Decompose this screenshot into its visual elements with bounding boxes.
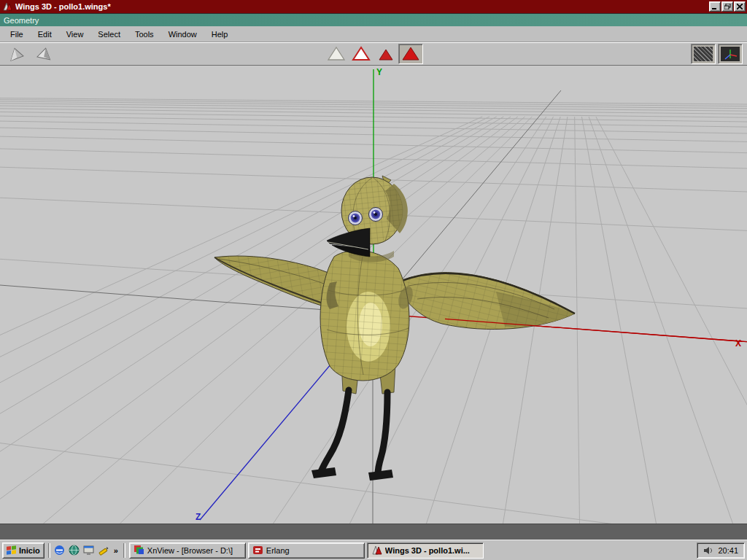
selection-mode-group [324,44,423,64]
xnview-icon [133,545,144,556]
shading-toggle-button[interactable] [691,44,716,64]
vertex-select-mode-icon [327,46,346,62]
menu-edit[interactable]: Edit [31,28,59,41]
desktop-quick-launch-icon[interactable] [83,545,95,556]
quick-launch-overflow-chevron[interactable]: » [112,546,120,555]
close-button[interactable] [734,1,746,12]
wings3d-task-icon [371,545,382,556]
taskbar-separator-2 [123,543,125,558]
undo-arrow-icon [7,46,26,62]
axis-x-label: X [735,338,741,349]
erlang-icon [252,545,263,556]
restore-button[interactable] [721,1,733,12]
bird-model [214,176,575,481]
axis-z-label: Z [196,512,201,522]
menu-view[interactable]: View [59,28,91,41]
minimize-icon [712,4,718,9]
window-titlebar[interactable]: Wings 3D - pollo1.wings* [0,0,747,13]
vertex-mode-button[interactable] [324,44,349,64]
show-axes-toggle-icon [721,47,740,61]
geometry-window-bar[interactable]: Geometry [0,13,747,26]
window-title: Wings 3D - pollo1.wings* [15,2,708,11]
menu-file[interactable]: File [3,28,31,41]
menu-bar: File Edit View Select Tools Window Help [0,26,747,42]
menu-help[interactable]: Help [204,28,236,41]
menu-tools[interactable]: Tools [128,28,161,41]
geometry-viewport[interactable]: Y X Z [0,66,747,524]
axes-toggle-button[interactable] [718,44,743,64]
task-button-label: XnView - [Browser - D:\] [147,546,233,555]
history-tool-group [4,44,57,64]
wireframe-shading-toggle-icon [694,47,713,61]
redo-arrow-icon [35,46,54,62]
face-select-mode-icon [376,46,395,62]
windows-flag-icon [7,545,17,555]
menu-select[interactable]: Select [90,28,128,41]
restore-icon [724,4,731,9]
status-bar [0,524,747,540]
task-button-erlang[interactable]: Erlang [248,542,365,559]
taskbar-separator [48,543,50,558]
volume-icon[interactable] [703,546,713,555]
task-button-label: Erlang [266,546,290,555]
wings3d-app-icon [2,1,12,12]
redo-button[interactable] [32,44,57,64]
body-select-mode-icon [401,46,420,62]
axis-y-label: Y [376,67,382,77]
view-toggle-group [691,44,743,64]
viewport-canvas: Y X Z [0,66,747,524]
task-button-wings3d[interactable]: Wings 3D - pollo1.wi... [367,542,484,559]
editor-quick-launch-icon[interactable] [98,545,109,556]
quick-launch-bar: » [54,545,120,556]
edge-select-mode-icon [352,46,371,62]
main-toolbar [0,42,747,66]
task-button-label: Wings 3D - pollo1.wi... [385,546,470,555]
globe-quick-launch-icon[interactable] [69,545,80,556]
task-button-xnview[interactable]: XnView - [Browser - D:\] [129,542,246,559]
body-mode-button[interactable] [398,44,423,64]
minimize-button[interactable] [709,1,721,12]
browser-quick-launch-icon[interactable] [54,545,66,556]
close-icon [737,4,743,9]
start-button[interactable]: Inicio [2,542,44,559]
face-mode-button[interactable] [374,44,398,64]
menu-window[interactable]: Window [161,28,204,41]
taskbar: Inicio » XnView - [Browser - D:\] Erlang [0,540,747,560]
clock[interactable]: 20:41 [718,546,738,555]
system-tray: 20:41 [697,542,745,559]
undo-button[interactable] [4,44,29,64]
geometry-window-title: Geometry [4,16,39,25]
edge-mode-button[interactable] [349,44,374,64]
start-button-label: Inicio [19,546,40,555]
